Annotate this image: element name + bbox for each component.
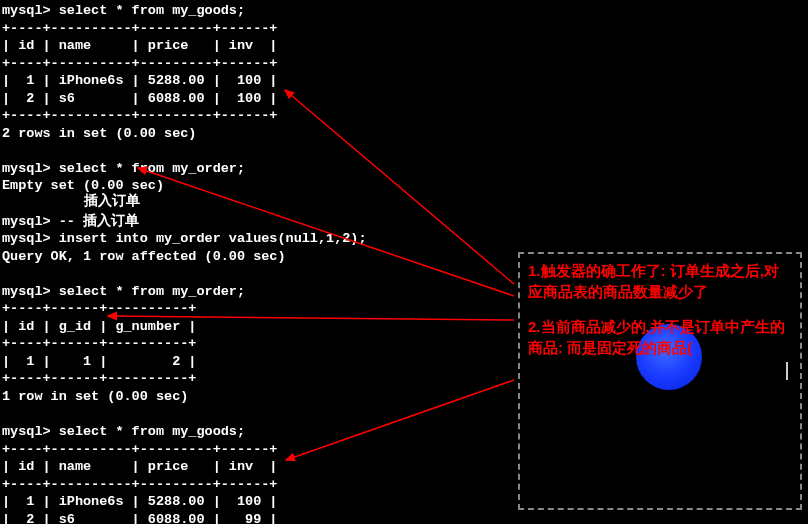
insert-order-label: 插入订单: [84, 191, 140, 209]
annotation-note-2: 2.当前商品减少的,并不是订单中产生的商品: 而是固定死的商品(: [528, 316, 792, 358]
text-cursor: [786, 362, 788, 380]
annotation-panel: 1.触发器的确工作了: 订单生成之后,对应商品表的商品数量减少了 2.当前商品减…: [518, 252, 802, 510]
annotation-note-1: 1.触发器的确工作了: 订单生成之后,对应商品表的商品数量减少了: [528, 260, 792, 302]
